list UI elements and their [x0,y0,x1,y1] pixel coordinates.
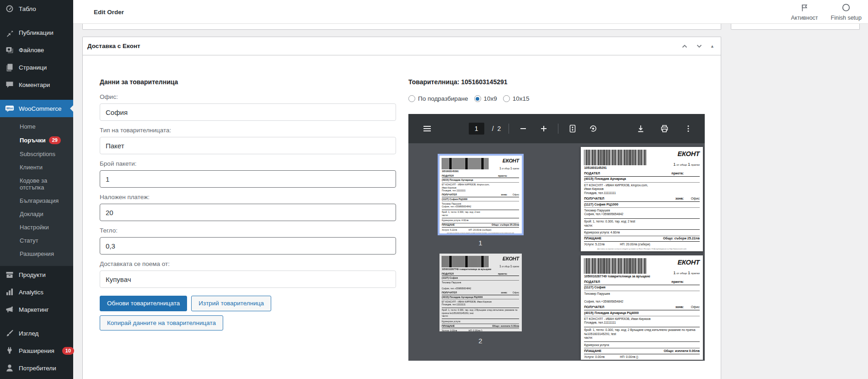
sidebar-item-wc-settings[interactable]: Настройки [0,221,73,234]
dashboard-icon [5,4,14,13]
print-icon[interactable] [658,122,671,135]
menu-icon[interactable] [420,122,434,135]
copy-waybill-button[interactable]: Копирай данните на товарителницата [100,315,223,331]
sidebar-item-woocommerce[interactable]: WooWooCommerce [0,100,73,117]
analytics-icon [5,287,14,297]
radio-circle-icon [474,95,481,102]
radio-circle-icon [408,95,415,102]
sidebar-item-pages[interactable]: Страници [0,59,73,76]
woocommerce-icon: Woo [5,104,14,113]
rotate-icon[interactable] [587,122,600,135]
download-icon[interactable] [634,122,647,135]
pdf-thumbnail-2[interactable]: 1050010267749 товарителница за връщанеЕК… [439,254,522,331]
receiver-office: (1127) София РЦ1000 [442,197,519,202]
format-radio-10x15[interactable]: 10x15 [503,95,530,102]
parts: части: [584,224,700,228]
sidebar-item-wc-status[interactable]: Статут [0,234,73,247]
more-options-icon[interactable] [682,122,695,135]
sender-office: (1127) София [584,285,700,291]
sidebar-item-marketing[interactable]: Маркетинг [0,301,73,318]
shipment-counter: 1 от общо 1 пратки [673,270,700,275]
label-footer: Доставка на пратки съгласно общите услов… [584,248,700,250]
sender-office: (1127) София [442,276,519,281]
sidebar-item-wc-home[interactable]: Home [0,120,73,133]
sidebar-item-wc-bulgarisation[interactable]: Българизация [0,194,73,207]
type-input[interactable] [100,137,396,154]
field-label: Брой пакети: [100,160,396,167]
cod-field-group: Наложен платеж: [100,194,396,221]
pages-icon [5,63,14,72]
sidebar-item-products[interactable]: Продукти [0,266,73,283]
cod-input[interactable] [100,204,396,221]
sidebar-item-wc-extensions[interactable]: Разширения [0,247,73,260]
office-input[interactable] [100,103,396,121]
field-label: Доставката се поема от: [100,260,396,267]
econt-logo: ЕКОНТ [499,158,519,164]
pdf-pages: 1051603145291ЕКОНТ1 от общо 1 праткиПОДА… [581,143,703,361]
flag-icon [800,3,809,14]
collapse-icon[interactable]: ▲ [710,44,714,49]
waybill-preview-column: Товарителница: 1051603145291 По подразби… [408,78,706,361]
shipment-info: брой: 1, тегло: 0.300, тар. код: 2 test [584,220,700,224]
sender-line: Иван Кирязов [584,187,700,191]
count-badge: 10 [62,347,74,355]
cut-off-side-postbox [731,24,860,30]
sidebar-item-tools[interactable]: Инструменти [0,377,73,379]
sidebar-item-wc-subscriptions[interactable]: Subscriptions [0,147,73,161]
sidebar-item-label: Subscriptions [20,151,55,157]
delete-waybill-button[interactable]: Изтрий товарителница [191,296,271,311]
format-radio-по-подразбиране[interactable]: По подразбиране [408,95,468,102]
sidebar-item-wc-coupons[interactable]: Кодове за отстъпка [0,174,73,194]
pdf-thumbnail-1[interactable]: 1051603145291ЕКОНТ1 от общо 1 праткиПОДА… [439,156,522,233]
zoom-out-icon[interactable] [517,122,530,135]
top-header: Edit Order Активност Finish setup [73,0,868,24]
sidebar-item-wc-orders[interactable]: Поръчки29 [0,133,73,147]
sidebar-item-posts[interactable]: Публикации [0,24,73,41]
sidebar-item-analytics[interactable]: Analytics [0,283,73,301]
waybill-number: 1050010267749 товарителница за връщане [442,268,492,271]
sidebar-item-label: Разширения [19,347,54,354]
sidebar-item-label: Настройки [20,224,49,231]
activity-button[interactable]: Активност [791,3,818,21]
sidebar-item-wc-reports[interactable]: Доклади [0,207,73,221]
media-icon [5,45,14,54]
pdf-page-input[interactable]: 1 [469,123,484,135]
courier-service: Куриерска услуга: [584,343,700,347]
format-radio-10x9[interactable]: 10x9 [474,95,497,102]
sidebar-item-users[interactable]: Потребители [0,359,73,377]
payer-input[interactable] [100,271,396,288]
update-waybill-button[interactable]: Обнови товарителницата [100,296,187,311]
sidebar-item-label: Разширения [20,250,54,257]
shipment-counter: 1 от общо 1 пратки [673,162,700,167]
appearance-icon [5,329,14,338]
svg-text:Woo: Woo [6,107,13,110]
weight-input[interactable] [100,237,396,254]
sender-line: София, тел.+359895654842 [584,300,700,304]
finish-setup-button[interactable]: Finish setup [831,3,862,21]
sidebar-item-label: Доклади [20,211,43,217]
move-up-icon[interactable] [681,43,688,50]
econt-logo: ЕКОНТ [673,259,700,267]
metabox-title: Доставка с Еконт [87,43,140,49]
sidebar-item-dashboard[interactable]: Табло [0,0,73,17]
receiver-line: София, тел.+359895654842 [584,212,700,217]
packs-input[interactable] [100,170,396,188]
pdf-toolbar: 1 / 2 [408,114,705,143]
sidebar-item-plugins[interactable]: Разширения10 [0,342,73,359]
move-down-icon[interactable] [696,43,703,50]
progress-circle-icon [841,3,851,14]
sidebar-item-media[interactable]: Файлове [0,41,73,59]
count-badge: 29 [49,136,61,144]
fit-page-icon[interactable] [566,122,579,135]
waybill-number: 1050010267749 товарителница за връщане [584,275,650,278]
sidebar-item-label: Analytics [19,289,43,296]
sidebar-item-comments[interactable]: Коментари [0,76,73,93]
waybill-number: 1051603145291 [442,170,489,173]
sidebar-item-appearance[interactable]: Изглед [0,325,73,342]
sidebar-item-label: Страници [19,64,47,71]
packs-field-group: Брой пакети: [100,160,396,188]
header-actions: Активност Finish setup [791,3,862,21]
sidebar-item-wc-customers[interactable]: Клиенти [0,161,73,174]
toolbar-divider [558,124,558,134]
zoom-in-icon[interactable] [537,122,550,135]
